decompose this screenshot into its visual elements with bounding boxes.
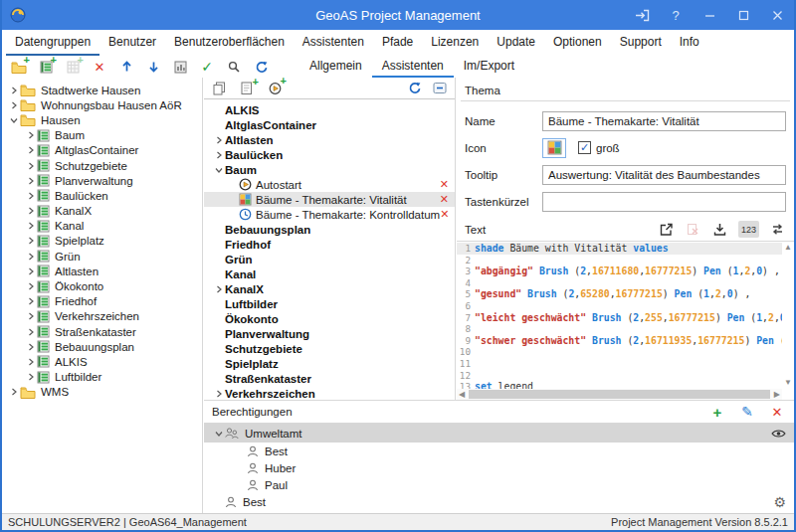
chevron-right-icon[interactable]: [212, 136, 225, 144]
close-icon[interactable]: [760, 0, 794, 30]
chevron-right-icon[interactable]: [24, 207, 37, 215]
tree-item-baulücken[interactable]: Baulücken: [2, 188, 202, 203]
chevron-right-icon[interactable]: [24, 297, 37, 305]
chevron-right-icon[interactable]: [24, 237, 37, 245]
scroll-up-icon[interactable]: ▲: [782, 244, 794, 252]
help-icon[interactable]: ?: [659, 0, 693, 30]
assistant-item-bäume-themakarte-vitalität[interactable]: Bäume - Themakarte: Vitalität✕: [204, 192, 455, 207]
apply-button[interactable]: ✓: [198, 58, 216, 76]
eye-button[interactable]: [771, 429, 786, 439]
permission-group-umweltamt[interactable]: Umweltamt: [204, 424, 794, 443]
tree-item-luftbilder[interactable]: Luftbilder: [2, 370, 202, 385]
chevron-right-icon[interactable]: [212, 151, 225, 159]
chevron-down-icon[interactable]: [212, 430, 225, 438]
tree-item-kanalx[interactable]: KanalX: [2, 204, 202, 219]
chevron-right-icon[interactable]: [24, 267, 37, 275]
shortcut-input[interactable]: [542, 192, 786, 212]
permission-user-best[interactable]: Best: [204, 443, 794, 459]
menu-item-update[interactable]: Update: [488, 30, 544, 56]
assistant-item-bebauungsplan[interactable]: Bebauungsplan: [204, 222, 455, 237]
tree-item-wms[interactable]: WMS: [2, 385, 202, 400]
menu-item-datengruppen[interactable]: Datengruppen: [6, 30, 100, 56]
tree-item-altlasten[interactable]: Altlasten: [2, 264, 202, 278]
tree-item-planverwaltung[interactable]: Planverwaltung: [2, 173, 202, 188]
chevron-right-icon[interactable]: [24, 373, 37, 381]
permission-user-paul[interactable]: Paul: [204, 476, 794, 493]
tree-item-straßenkataster[interactable]: Straßenkataster: [2, 324, 202, 339]
preview-button[interactable]: [171, 58, 189, 76]
new-datagroup-button[interactable]: +: [37, 58, 55, 76]
tree-item-stadtwerke-hausen[interactable]: Stadtwerke Hausen: [2, 83, 202, 97]
refresh-button[interactable]: [252, 58, 270, 76]
chevron-right-icon[interactable]: [24, 162, 37, 170]
minimize-icon[interactable]: [693, 0, 726, 30]
permission-add-button[interactable]: +: [708, 403, 726, 421]
assistant-item-straßenkataster[interactable]: Straßenkataster: [204, 371, 455, 386]
gross-checkbox[interactable]: ✓: [578, 141, 591, 154]
chevron-right-icon[interactable]: [212, 390, 225, 398]
editor-horizontal-scrollbar[interactable]: ◀ ▶: [457, 389, 782, 400]
assistant-item-bäume-themakarte-kontrolldatum[interactable]: Bäume - Themakarte: Kontrolldatum✕: [204, 207, 455, 222]
assistant-item-spielplatz[interactable]: Spielplatz: [204, 356, 455, 371]
menu-item-support[interactable]: Support: [611, 30, 671, 56]
assistant-item-alkis[interactable]: ALKIS: [204, 102, 455, 117]
delete-button[interactable]: ✕: [91, 58, 108, 76]
chevron-right-icon[interactable]: [24, 253, 37, 261]
menu-item-lizenzen[interactable]: Lizenzen: [422, 30, 488, 56]
menu-item-assistenten[interactable]: Assistenten: [294, 30, 373, 56]
tab-im-export[interactable]: Im/Export: [454, 56, 524, 78]
tree-item-baum[interactable]: Baum: [2, 128, 202, 143]
menu-item-optionen[interactable]: Optionen: [544, 30, 611, 56]
move-up-button[interactable]: [117, 58, 135, 76]
menu-item-info[interactable]: Info: [671, 30, 708, 56]
chevron-right-icon[interactable]: [7, 388, 20, 396]
chevron-right-icon[interactable]: [24, 358, 37, 366]
search-button[interactable]: [225, 58, 243, 76]
scrollbar-thumb[interactable]: [469, 390, 770, 399]
permission-edit-button[interactable]: ✎: [738, 403, 756, 421]
chevron-right-icon[interactable]: [7, 101, 20, 109]
permission-user-best[interactable]: Best⚙: [204, 493, 794, 510]
assistant-item-planverwaltung[interactable]: Planverwaltung: [204, 326, 455, 341]
chevron-down-icon[interactable]: [7, 116, 20, 124]
tree-item-verkehrszeichen[interactable]: Verkehrszeichen: [2, 309, 202, 324]
assistant-item-friedhof[interactable]: Friedhof: [204, 237, 455, 252]
tab-assistenten[interactable]: Assistenten: [372, 56, 454, 78]
line-numbers-button[interactable]: 123: [738, 221, 759, 238]
scroll-right-icon[interactable]: ▶: [772, 391, 782, 399]
tree-item-ökokonto[interactable]: Ökokonto: [2, 278, 202, 293]
tree-item-kanal[interactable]: Kanal: [2, 219, 202, 234]
name-input[interactable]: [542, 111, 786, 131]
chevron-right-icon[interactable]: [7, 87, 20, 94]
tree-item-wohnungsbau-hausen-aör[interactable]: Wohnungsbau Hausen AöR: [2, 97, 202, 112]
menu-item-benutzeroberflächen[interactable]: Benutzeroberflächen: [165, 30, 294, 56]
tree-item-schutzgebiete[interactable]: Schutzgebiete: [2, 158, 202, 173]
assistant-item-schutzgebiete[interactable]: Schutzgebiete: [204, 341, 455, 356]
chevron-right-icon[interactable]: [24, 343, 37, 351]
remove-icon[interactable]: ✕: [440, 208, 449, 221]
code-editor[interactable]: 1shade Bäume with Vitalität values23"abg…: [457, 241, 794, 400]
chevron-right-icon[interactable]: [24, 131, 37, 139]
editor-vertical-scrollbar[interactable]: ▲ ▼: [782, 242, 794, 389]
remove-icon[interactable]: ✕: [440, 193, 449, 206]
move-down-button[interactable]: [144, 58, 162, 76]
menu-item-pfade[interactable]: Pfade: [373, 30, 422, 56]
gear-button[interactable]: ⚙: [773, 495, 786, 509]
assistant-item-baulücken[interactable]: Baulücken: [204, 147, 455, 162]
tree-item-spielplatz[interactable]: Spielplatz: [2, 234, 202, 249]
assistant-item-luftbilder[interactable]: Luftbilder: [204, 296, 455, 311]
new-autostart-button[interactable]: +: [266, 80, 284, 97]
refresh-button[interactable]: [405, 80, 423, 97]
maximize-icon[interactable]: [726, 0, 760, 30]
tree-item-hausen[interactable]: Hausen: [2, 112, 202, 127]
remove-icon[interactable]: ✕: [440, 178, 449, 191]
tab-allgemein[interactable]: Allgemein: [299, 56, 372, 78]
new-folder-button[interactable]: +: [10, 58, 28, 76]
assistant-item-baum[interactable]: Baum: [204, 162, 455, 177]
chevron-right-icon[interactable]: [24, 282, 37, 290]
chevron-right-icon[interactable]: [212, 285, 225, 293]
permission-delete-button[interactable]: ✕: [768, 403, 786, 421]
import-button[interactable]: [711, 221, 729, 238]
tooltip-input[interactable]: [542, 165, 786, 185]
assistant-item-altlasten[interactable]: Altlasten: [204, 132, 455, 147]
